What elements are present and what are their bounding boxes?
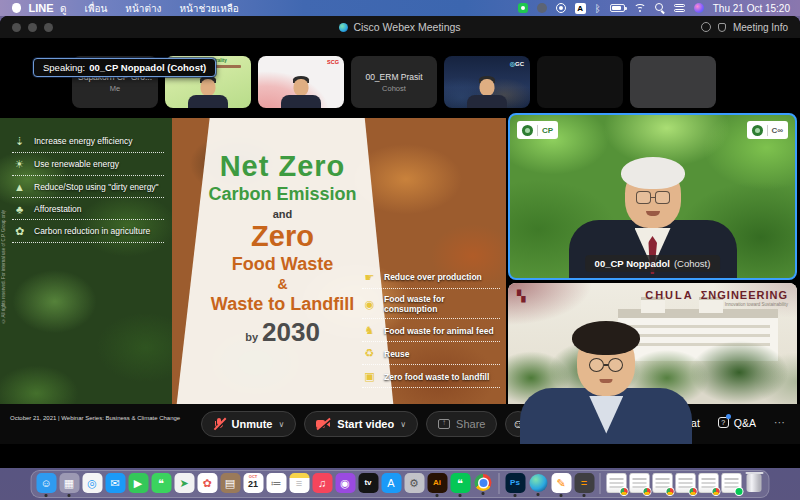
window-3-icon: [652, 473, 672, 493]
share-screen-icon: [438, 419, 450, 429]
participant-thumb-erm[interactable]: 00_ERM Prasit Cohost: [351, 56, 437, 108]
dock-finder[interactable]: ☺: [36, 473, 57, 497]
pig-icon: ♞: [362, 324, 377, 337]
desktop-strip: ☺▦◎✉▶❝➤✿▤OCT21≔≡♫◉tvA⚙Ai❝Ps✎=: [0, 468, 800, 500]
participant-role: Cohost: [382, 84, 406, 93]
spotlight-icon[interactable]: [655, 3, 665, 13]
cp-badge: CP: [517, 121, 558, 139]
dock-line-app[interactable]: ❝: [450, 473, 471, 497]
menu-item-view[interactable]: ดู: [51, 1, 76, 16]
calendar-icon: OCT21: [243, 473, 263, 493]
dock-launchpad[interactable]: ▦: [59, 473, 80, 497]
dock-photoshop[interactable]: Ps: [505, 473, 526, 497]
dock-chrome[interactable]: [473, 473, 494, 495]
scg-logo: SCG: [327, 59, 339, 65]
slide-title-zero: Zero: [165, 220, 400, 252]
menu-item-window[interactable]: หน้าต่าง: [116, 1, 170, 16]
list-item: ♞Food waste for animal feed: [362, 319, 500, 342]
photoshop-icon: Ps: [505, 473, 525, 493]
dock-annotate[interactable]: ✎: [551, 473, 572, 497]
dock-messages[interactable]: ❝: [151, 473, 172, 493]
list-item: ⇣Increase energy efficiency: [12, 130, 164, 153]
dock-webex[interactable]: [528, 473, 549, 496]
shared-screen-slide: Net Zero Carbon Emission and Zero Food W…: [0, 118, 506, 424]
participant-thumb-video-3[interactable]: ◎GC: [444, 56, 530, 108]
dock-trash[interactable]: [744, 473, 765, 492]
menu-clock[interactable]: Thu 21 Oct 15:20: [713, 3, 790, 14]
line-app-icon: ❝: [450, 473, 470, 493]
control-center-icon[interactable]: [674, 3, 685, 14]
bluetooth-icon[interactable]: ᛒ: [595, 3, 601, 14]
calculator-icon: =: [574, 473, 594, 493]
unmute-button[interactable]: Unmute ∨: [201, 411, 297, 437]
mail-icon: ✉: [105, 473, 125, 493]
podcasts-icon: ◉: [335, 473, 355, 493]
chrome-icon: [475, 474, 492, 491]
dock-contacts[interactable]: ▤: [220, 473, 241, 493]
tv-icon: tv: [358, 473, 378, 493]
dock-notes[interactable]: ≡: [289, 473, 310, 493]
dock-music[interactable]: ♫: [312, 473, 333, 493]
record-status-icon[interactable]: [556, 3, 566, 13]
dock: ☺▦◎✉▶❝➤✿▤OCT21≔≡♫◉tvA⚙Ai❝Ps✎=: [31, 470, 770, 498]
active-speaker-video[interactable]: CP C∞ 00_CP Noppadol(Cohost): [508, 113, 797, 280]
slide-left-list: ⇣Increase energy efficiency ☀Use renewab…: [12, 130, 164, 243]
participant-name: 00_ERM Prasit: [365, 72, 422, 82]
line-status-icon[interactable]: [518, 3, 528, 13]
dock-illustrator[interactable]: Ai: [427, 473, 448, 497]
share-button[interactable]: Share: [426, 411, 497, 437]
dock-calendar[interactable]: OCT21: [243, 473, 264, 493]
dock-safari[interactable]: ◎: [82, 473, 103, 493]
photos-icon: ✿: [197, 473, 217, 493]
slide-right-list: ☛Reduce over production ◉Food waste for …: [362, 266, 500, 388]
chevron-down-icon[interactable]: ∨: [279, 420, 285, 429]
dock-window-4[interactable]: [675, 473, 696, 493]
qa-button[interactable]: Q&A: [718, 417, 756, 429]
list-item: ☛Reduce over production: [362, 266, 500, 289]
participant-thumb-empty-2[interactable]: [630, 56, 716, 108]
menu-item-help[interactable]: หน้าช่วยเหลือ: [170, 1, 247, 16]
list-item: ✿Carbon reduction in agriculture: [12, 220, 164, 243]
illustrator-icon: Ai: [427, 473, 447, 493]
status-icon[interactable]: [537, 3, 547, 13]
dock-app-store[interactable]: A: [381, 473, 402, 493]
dock-system-preferences[interactable]: ⚙: [404, 473, 425, 493]
dock-window-6[interactable]: [721, 473, 742, 493]
dock-window-2[interactable]: [629, 473, 650, 493]
participant-thumb-video-2[interactable]: SCG: [258, 56, 344, 108]
dock-reminders[interactable]: ≔: [266, 473, 287, 493]
dock-photos[interactable]: ✿: [197, 473, 218, 493]
dock-maps[interactable]: ➤: [174, 473, 195, 493]
dock-mail[interactable]: ✉: [105, 473, 126, 493]
dock-window-5[interactable]: [698, 473, 719, 493]
webex-window: Cisco Webex Meetings Meeting Info Supako…: [0, 16, 800, 468]
siri-icon[interactable]: [694, 3, 704, 13]
participant-silhouette: [278, 78, 324, 108]
dock-podcasts[interactable]: ◉: [335, 473, 356, 493]
dock-facetime[interactable]: ▶: [128, 473, 149, 493]
menu-app-name[interactable]: LINE: [31, 0, 51, 18]
battery-icon[interactable]: [610, 4, 625, 12]
menu-item-friends[interactable]: เพื่อน: [76, 1, 117, 16]
dock-window-3[interactable]: [652, 473, 673, 493]
annotate-icon: ✎: [551, 473, 571, 493]
input-source-icon[interactable]: A: [575, 3, 586, 14]
app-store-icon: A: [381, 473, 401, 493]
reminders-icon: ≔: [266, 473, 286, 493]
start-video-button[interactable]: Start video ∨: [304, 411, 418, 437]
dock-calculator[interactable]: =: [574, 473, 595, 497]
wifi-icon[interactable]: [634, 4, 646, 13]
qa-notification-dot: [726, 414, 731, 419]
truck-icon: ▣: [362, 370, 377, 383]
chevron-down-icon[interactable]: ∨: [400, 420, 406, 429]
safari-icon: ◎: [82, 473, 102, 493]
tree-icon: ♣: [12, 203, 27, 215]
panel-overflow-button[interactable]: ⋯: [774, 416, 786, 429]
window-1-icon: [606, 473, 626, 493]
apple-logo-icon[interactable]: [12, 3, 21, 13]
dock-window-1[interactable]: [606, 473, 627, 493]
window-5-icon: [698, 473, 718, 493]
dock-separator: [600, 473, 601, 494]
participant-thumb-empty-1[interactable]: [537, 56, 623, 108]
dock-tv[interactable]: tv: [358, 473, 379, 493]
